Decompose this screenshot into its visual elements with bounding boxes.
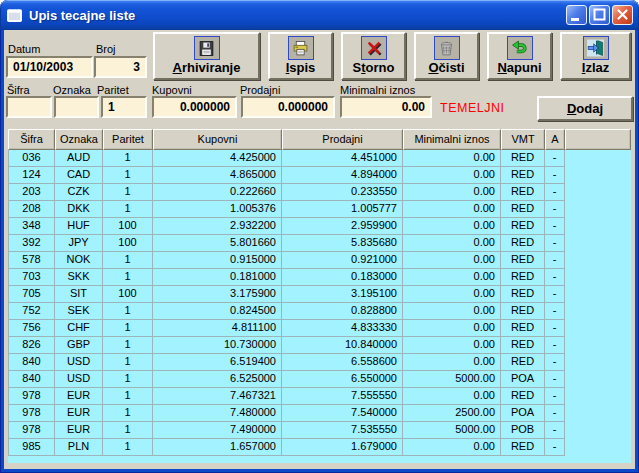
cell-prodajni: 3.195100 — [282, 286, 403, 303]
cell-kupovni: 6.519400 — [153, 354, 282, 371]
column-header-a[interactable]: A — [545, 129, 565, 150]
column-header-sifra[interactable]: Šifra — [8, 129, 55, 150]
cell-a: - — [545, 252, 565, 269]
dodaj-button[interactable]: Dodaj — [537, 96, 633, 121]
kupovni-input[interactable] — [152, 96, 237, 118]
column-header-vmt[interactable]: VMT — [501, 129, 545, 150]
maximize-button[interactable] — [589, 5, 610, 25]
cell-prodajni: 7.535550 — [282, 422, 403, 439]
paritet-label: Paritet — [97, 84, 129, 96]
cell-kupovni: 7.480000 — [153, 405, 282, 422]
column-header-minimalni-iznos[interactable]: Minimalni iznos — [403, 129, 501, 150]
cell-prodajni: 6.550000 — [282, 371, 403, 388]
close-button[interactable] — [612, 5, 633, 25]
table-row[interactable]: 392JPY1005.8016605.8356800.00RED- — [8, 235, 631, 252]
datum-input[interactable] — [6, 56, 93, 78]
toolbar-button-label: Očisti — [428, 61, 464, 75]
minimalni-input[interactable] — [340, 96, 432, 118]
cell-prodajni: 2.959900 — [282, 218, 403, 235]
toolbar-button-arhiviranje[interactable]: Arhiviranje — [153, 32, 260, 80]
cell-paritet: 1 — [103, 167, 153, 184]
cell-oznaka: EUR — [55, 422, 103, 439]
cell-sifra: 840 — [8, 354, 55, 371]
table-row[interactable]: 978EUR17.4673217.5555500.00RED- — [8, 388, 631, 405]
cell-minimalni-iznos: 0.00 — [403, 201, 501, 218]
cell-sifra: 978 — [8, 405, 55, 422]
table-row[interactable]: 978EUR17.4900007.5355505000.00POB- — [8, 422, 631, 439]
cell-sifra: 348 — [8, 218, 55, 235]
row-filler — [565, 337, 631, 354]
cell-kupovni: 7.467321 — [153, 388, 282, 405]
row-filler — [565, 150, 631, 167]
cell-a: - — [545, 405, 565, 422]
column-header-paritet[interactable]: Paritet — [103, 129, 153, 150]
cell-vmt: RED — [501, 388, 545, 405]
table-row[interactable]: 756CHF14.8111004.8333300.00RED- — [8, 320, 631, 337]
table-row[interactable]: 703SKK10.1810000.1830000.00RED- — [8, 269, 631, 286]
cell-oznaka: EUR — [55, 405, 103, 422]
cell-prodajni: 0.183000 — [282, 269, 403, 286]
column-header-prodajni[interactable]: Prodajni — [282, 129, 403, 150]
window: Upis tecajne liste Datum Broj — [0, 0, 639, 473]
cell-kupovni: 0.824500 — [153, 303, 282, 320]
client-area: Datum Broj ArhiviranjeIspisStornoOčistiN… — [4, 30, 635, 469]
cell-sifra: 208 — [8, 201, 55, 218]
table-row[interactable]: 208DKK11.0053761.0057770.00RED- — [8, 201, 631, 218]
broj-input[interactable] — [94, 56, 147, 78]
column-header-kupovni[interactable]: Kupovni — [153, 129, 282, 150]
toolbar-button-storno[interactable]: Storno — [341, 32, 406, 80]
green-arrow-icon — [507, 36, 533, 60]
table-row[interactable]: 840USD16.5250006.5500005000.00POA- — [8, 371, 631, 388]
cell-kupovni: 1.005376 — [153, 201, 282, 218]
cell-vmt: POA — [501, 405, 545, 422]
toolbar-button-napuni[interactable]: Napuni — [487, 32, 552, 80]
cell-kupovni: 1.657000 — [153, 439, 282, 456]
table-row[interactable]: 840USD16.5194006.5586000.00RED- — [8, 354, 631, 371]
cell-kupovni: 5.801660 — [153, 235, 282, 252]
cell-minimalni-iznos: 2500.00 — [403, 405, 501, 422]
cell-paritet: 1 — [103, 388, 153, 405]
cell-kupovni: 0.222660 — [153, 184, 282, 201]
prodajni-input[interactable] — [241, 96, 335, 118]
cell-a: - — [545, 269, 565, 286]
table-row[interactable]: 578NOK10.9150000.9210000.00RED- — [8, 252, 631, 269]
table-body: 036AUD14.4250004.4510000.00RED-124CAD14.… — [8, 150, 631, 456]
table-row[interactable]: 752SEK10.8245000.8288000.00RED- — [8, 303, 631, 320]
cell-sifra: 392 — [8, 235, 55, 252]
table-row[interactable]: 348HUF1002.9322002.9599000.00RED- — [8, 218, 631, 235]
cell-sifra: 703 — [8, 269, 55, 286]
row-filler — [565, 354, 631, 371]
toolbar-button-izlaz[interactable]: Izlaz — [560, 32, 631, 80]
table-row[interactable]: 978EUR17.4800007.5400002500.00POA- — [8, 405, 631, 422]
toolbar-button-label: Arhiviranje — [173, 61, 241, 75]
table-row[interactable]: 705SIT1003.1759003.1951000.00RED- — [8, 286, 631, 303]
toolbar-button-ocisti[interactable]: Očisti — [414, 32, 479, 80]
title-bar[interactable]: Upis tecajne liste — [0, 0, 639, 30]
column-header-oznaka[interactable]: Oznaka — [55, 129, 103, 150]
sifra-input[interactable] — [6, 96, 52, 118]
cell-vmt: RED — [501, 184, 545, 201]
cell-prodajni: 7.540000 — [282, 405, 403, 422]
table-row[interactable]: 985PLN11.6570001.6790000.00RED- — [8, 439, 631, 456]
table-row[interactable]: 036AUD14.4250004.4510000.00RED- — [8, 150, 631, 167]
cell-sifra: 978 — [8, 388, 55, 405]
cell-minimalni-iznos: 0.00 — [403, 388, 501, 405]
table-row[interactable]: 826GBP110.73000010.8400000.00RED- — [8, 337, 631, 354]
toolbar: ArhiviranjeIspisStornoOčistiNapuniIzlaz — [153, 32, 634, 80]
cell-a: - — [545, 235, 565, 252]
cell-sifra: 756 — [8, 320, 55, 337]
minimize-button[interactable] — [566, 5, 587, 25]
row-filler — [565, 303, 631, 320]
cell-paritet: 1 — [103, 269, 153, 286]
table-row[interactable]: 203CZK10.2226600.2335500.00RED- — [8, 184, 631, 201]
cell-oznaka: SIT — [55, 286, 103, 303]
cell-paritet: 1 — [103, 150, 153, 167]
cell-prodajni: 4.894000 — [282, 167, 403, 184]
paritet-input[interactable] — [101, 96, 147, 118]
cell-vmt: RED — [501, 354, 545, 371]
toolbar-button-ispis[interactable]: Ispis — [268, 32, 333, 80]
cell-a: - — [545, 439, 565, 456]
cell-vmt: POB — [501, 422, 545, 439]
oznaka-input[interactable] — [54, 96, 99, 118]
table-row[interactable]: 124CAD14.8650004.8940000.00RED- — [8, 167, 631, 184]
